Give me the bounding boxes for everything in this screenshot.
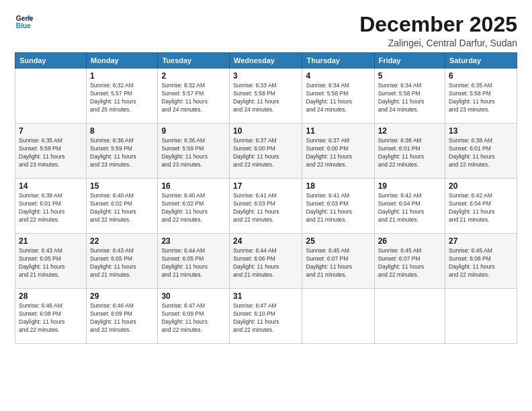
day-info: Sunrise: 6:32 AMSunset: 5:57 PMDaylight:… bbox=[90, 82, 154, 114]
header: General Blue December 2025 Zalingei, Cen… bbox=[15, 12, 517, 48]
col-monday: Monday bbox=[87, 53, 158, 68]
table-row: 12Sunrise: 6:38 AMSunset: 6:01 PMDayligh… bbox=[374, 124, 445, 179]
day-number: 11 bbox=[306, 126, 370, 136]
table-row: 25Sunrise: 6:45 AMSunset: 6:07 PMDayligh… bbox=[302, 234, 374, 289]
table-row: 21Sunrise: 6:43 AMSunset: 6:05 PMDayligh… bbox=[15, 234, 87, 289]
table-row bbox=[374, 289, 445, 344]
col-thursday: Thursday bbox=[302, 53, 374, 68]
day-info: Sunrise: 6:41 AMSunset: 6:03 PMDaylight:… bbox=[233, 192, 299, 224]
logo-icon: General Blue bbox=[15, 12, 34, 31]
day-number: 2 bbox=[161, 71, 226, 81]
svg-text:General: General bbox=[16, 15, 34, 22]
day-info: Sunrise: 6:44 AMSunset: 6:05 PMDaylight:… bbox=[161, 247, 226, 279]
table-row: 18Sunrise: 6:41 AMSunset: 6:03 PMDayligh… bbox=[302, 179, 374, 234]
day-info: Sunrise: 6:32 AMSunset: 5:57 PMDaylight:… bbox=[161, 82, 226, 114]
day-number: 21 bbox=[19, 236, 83, 246]
day-number: 10 bbox=[233, 126, 299, 136]
table-row: 9Sunrise: 6:36 AMSunset: 5:59 PMDaylight… bbox=[158, 124, 230, 179]
day-info: Sunrise: 6:38 AMSunset: 6:01 PMDaylight:… bbox=[378, 137, 441, 169]
page: General Blue December 2025 Zalingei, Cen… bbox=[0, 0, 532, 411]
day-info: Sunrise: 6:35 AMSunset: 5:59 PMDaylight:… bbox=[19, 137, 83, 169]
day-number: 4 bbox=[306, 71, 370, 81]
day-number: 1 bbox=[90, 71, 154, 81]
day-number: 28 bbox=[19, 291, 83, 301]
calendar-week-2: 7Sunrise: 6:35 AMSunset: 5:59 PMDaylight… bbox=[15, 124, 517, 179]
day-info: Sunrise: 6:42 AMSunset: 6:04 PMDaylight:… bbox=[378, 192, 441, 224]
day-number: 16 bbox=[161, 181, 226, 191]
day-info: Sunrise: 6:33 AMSunset: 5:58 PMDaylight:… bbox=[233, 82, 299, 114]
location-subtitle: Zalingei, Central Darfur, Sudan bbox=[359, 38, 517, 48]
table-row: 2Sunrise: 6:32 AMSunset: 5:57 PMDaylight… bbox=[158, 68, 230, 124]
table-row: 4Sunrise: 6:34 AMSunset: 5:58 PMDaylight… bbox=[302, 68, 374, 124]
day-info: Sunrise: 6:42 AMSunset: 6:04 PMDaylight:… bbox=[449, 192, 513, 224]
day-info: Sunrise: 6:36 AMSunset: 5:59 PMDaylight:… bbox=[161, 137, 226, 169]
day-number: 17 bbox=[233, 181, 299, 191]
day-number: 7 bbox=[19, 126, 83, 136]
table-row: 5Sunrise: 6:34 AMSunset: 5:58 PMDaylight… bbox=[374, 68, 445, 124]
day-number: 20 bbox=[449, 181, 513, 191]
day-number: 13 bbox=[449, 126, 513, 136]
header-row: Sunday Monday Tuesday Wednesday Thursday… bbox=[15, 53, 517, 68]
day-info: Sunrise: 6:46 AMSunset: 6:09 PMDaylight:… bbox=[90, 302, 154, 334]
calendar-week-1: 1Sunrise: 6:32 AMSunset: 5:57 PMDaylight… bbox=[15, 68, 517, 124]
table-row: 28Sunrise: 6:46 AMSunset: 6:08 PMDayligh… bbox=[15, 289, 87, 344]
day-number: 23 bbox=[161, 236, 226, 246]
table-row bbox=[15, 68, 87, 124]
table-row: 17Sunrise: 6:41 AMSunset: 6:03 PMDayligh… bbox=[229, 179, 302, 234]
table-row: 20Sunrise: 6:42 AMSunset: 6:04 PMDayligh… bbox=[445, 179, 517, 234]
table-row: 8Sunrise: 6:36 AMSunset: 5:59 PMDaylight… bbox=[87, 124, 158, 179]
table-row: 30Sunrise: 6:47 AMSunset: 6:09 PMDayligh… bbox=[158, 289, 230, 344]
day-number: 25 bbox=[306, 236, 370, 246]
table-row: 6Sunrise: 6:35 AMSunset: 5:58 PMDaylight… bbox=[445, 68, 517, 124]
day-info: Sunrise: 6:36 AMSunset: 5:59 PMDaylight:… bbox=[90, 137, 154, 169]
table-row: 24Sunrise: 6:44 AMSunset: 6:06 PMDayligh… bbox=[229, 234, 302, 289]
day-number: 29 bbox=[90, 291, 154, 301]
day-number: 8 bbox=[90, 126, 154, 136]
day-info: Sunrise: 6:37 AMSunset: 6:00 PMDaylight:… bbox=[233, 137, 299, 169]
day-number: 3 bbox=[233, 71, 299, 81]
day-info: Sunrise: 6:34 AMSunset: 5:58 PMDaylight:… bbox=[378, 82, 441, 114]
table-row: 19Sunrise: 6:42 AMSunset: 6:04 PMDayligh… bbox=[374, 179, 445, 234]
day-number: 27 bbox=[449, 236, 513, 246]
table-row: 14Sunrise: 6:39 AMSunset: 6:01 PMDayligh… bbox=[15, 179, 87, 234]
day-info: Sunrise: 6:41 AMSunset: 6:03 PMDaylight:… bbox=[306, 192, 370, 224]
col-sunday: Sunday bbox=[15, 53, 87, 68]
col-saturday: Saturday bbox=[445, 53, 517, 68]
table-row: 16Sunrise: 6:40 AMSunset: 6:02 PMDayligh… bbox=[158, 179, 230, 234]
table-row: 22Sunrise: 6:43 AMSunset: 6:05 PMDayligh… bbox=[87, 234, 158, 289]
svg-text:Blue: Blue bbox=[16, 22, 32, 30]
title-block: December 2025 Zalingei, Central Darfur, … bbox=[359, 12, 517, 48]
table-row: 23Sunrise: 6:44 AMSunset: 6:05 PMDayligh… bbox=[158, 234, 230, 289]
day-info: Sunrise: 6:39 AMSunset: 6:01 PMDaylight:… bbox=[19, 192, 83, 224]
col-wednesday: Wednesday bbox=[229, 53, 302, 68]
calendar-week-3: 14Sunrise: 6:39 AMSunset: 6:01 PMDayligh… bbox=[15, 179, 517, 234]
day-info: Sunrise: 6:45 AMSunset: 6:08 PMDaylight:… bbox=[449, 247, 513, 279]
day-info: Sunrise: 6:45 AMSunset: 6:07 PMDaylight:… bbox=[306, 247, 370, 279]
table-row: 31Sunrise: 6:47 AMSunset: 6:10 PMDayligh… bbox=[229, 289, 302, 344]
table-row: 13Sunrise: 6:38 AMSunset: 6:01 PMDayligh… bbox=[445, 124, 517, 179]
day-info: Sunrise: 6:45 AMSunset: 6:07 PMDaylight:… bbox=[378, 247, 441, 279]
table-row: 11Sunrise: 6:37 AMSunset: 6:00 PMDayligh… bbox=[302, 124, 374, 179]
table-row: 29Sunrise: 6:46 AMSunset: 6:09 PMDayligh… bbox=[87, 289, 158, 344]
table-row: 26Sunrise: 6:45 AMSunset: 6:07 PMDayligh… bbox=[374, 234, 445, 289]
day-number: 22 bbox=[90, 236, 154, 246]
day-number: 24 bbox=[233, 236, 299, 246]
day-number: 19 bbox=[378, 181, 441, 191]
day-number: 15 bbox=[90, 181, 154, 191]
table-row: 15Sunrise: 6:40 AMSunset: 6:02 PMDayligh… bbox=[87, 179, 158, 234]
day-number: 18 bbox=[306, 181, 370, 191]
day-number: 30 bbox=[161, 291, 226, 301]
day-info: Sunrise: 6:38 AMSunset: 6:01 PMDaylight:… bbox=[449, 137, 513, 169]
table-row bbox=[445, 289, 517, 344]
day-info: Sunrise: 6:44 AMSunset: 6:06 PMDaylight:… bbox=[233, 247, 299, 279]
day-number: 12 bbox=[378, 126, 441, 136]
col-tuesday: Tuesday bbox=[158, 53, 230, 68]
day-number: 31 bbox=[233, 291, 299, 301]
day-info: Sunrise: 6:47 AMSunset: 6:10 PMDaylight:… bbox=[233, 302, 299, 334]
day-info: Sunrise: 6:40 AMSunset: 6:02 PMDaylight:… bbox=[90, 192, 154, 224]
day-number: 26 bbox=[378, 236, 441, 246]
day-info: Sunrise: 6:47 AMSunset: 6:09 PMDaylight:… bbox=[161, 302, 226, 334]
day-number: 9 bbox=[161, 126, 226, 136]
table-row: 7Sunrise: 6:35 AMSunset: 5:59 PMDaylight… bbox=[15, 124, 87, 179]
day-number: 6 bbox=[449, 71, 513, 81]
